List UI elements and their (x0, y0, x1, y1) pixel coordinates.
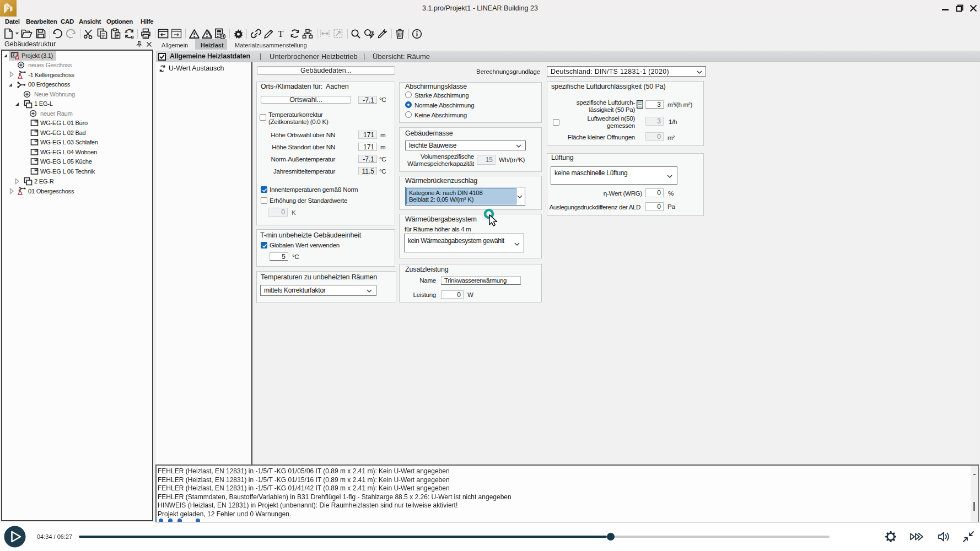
svg-text:A: A (125, 29, 128, 34)
svg-text:B: B (131, 35, 134, 40)
svg-text:T: T (278, 29, 284, 39)
